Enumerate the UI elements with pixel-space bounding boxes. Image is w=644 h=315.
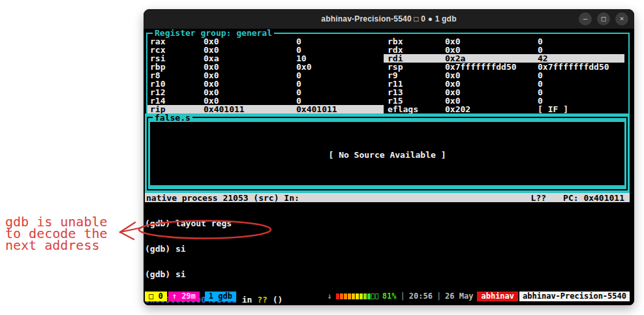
register-row-r8: r80x00 bbox=[147, 71, 384, 80]
register-group-title: Register group: general bbox=[153, 29, 274, 37]
clock-time: 20:56 bbox=[409, 292, 433, 301]
register-name: eflags bbox=[388, 105, 418, 113]
tmux-right-cluster: ↓ 81% | 20:56 | 26 May abhinav abhinav-P… bbox=[328, 292, 630, 301]
battery-block-filled bbox=[336, 293, 339, 299]
gdb-status-line: native process 21053 (src) In: L?? PC: 0… bbox=[145, 193, 630, 202]
console-line: (gdb) si bbox=[145, 270, 628, 278]
register-window-border-right bbox=[628, 33, 630, 113]
register-hex: 0x202 bbox=[445, 105, 470, 113]
window-controls: – □ × bbox=[579, 12, 628, 25]
register-row-rbp: rbp0x00x0 bbox=[147, 63, 384, 71]
battery-meter bbox=[336, 293, 378, 299]
source-window-content: [ No Source Available ] bbox=[150, 122, 624, 185]
page-root: gdb is unable to decode the next address… bbox=[0, 0, 644, 315]
battery-block-filled bbox=[352, 293, 355, 299]
line-indicator: L?? bbox=[531, 194, 546, 202]
hostname-badge: abhinav-Precision-5540 bbox=[519, 292, 630, 301]
register-row-eflags: eflags0x202[ IF ] bbox=[384, 105, 624, 113]
terminal-window: abhinav-Precision-5540 □ 0 ● 1 gdb – □ ×… bbox=[144, 9, 634, 305]
down-arrow-icon: ↓ bbox=[328, 292, 332, 301]
tmux-status-bar: □ 0 ↑ 29m 1 gdb ↓ 81% | 20:56 | 26 May a… bbox=[145, 292, 630, 301]
date: 26 May bbox=[445, 292, 473, 301]
battery-percent: 81% bbox=[382, 292, 397, 301]
register-row-rcx: rcx0x00 bbox=[147, 46, 384, 54]
tmux-session-segment: □ 0 bbox=[145, 292, 167, 301]
register-row-rax: rax0x00 bbox=[147, 37, 384, 46]
tmux-uptime-segment: ↑ 29m bbox=[168, 292, 200, 301]
register-row-rbx: rbx0x00 bbox=[384, 37, 624, 46]
register-row-r15: r150x00 bbox=[384, 97, 624, 105]
maximize-button-icon[interactable]: □ bbox=[597, 12, 610, 25]
battery-block-filled bbox=[340, 293, 343, 299]
annotation-text: gdb is unable to decode the next address bbox=[5, 216, 108, 251]
battery-block-filled bbox=[363, 293, 367, 299]
register-row-r14: r140x00 bbox=[147, 97, 384, 105]
register-row-rsp: rsp0x7fffffffdd500x7fffffffdd50 bbox=[384, 63, 624, 71]
register-row-r10: r100x00 bbox=[147, 80, 384, 88]
register-row-r9: r90x00 bbox=[384, 71, 624, 80]
battery-block-empty bbox=[375, 293, 378, 299]
console-line: (gdb) layout regs bbox=[145, 219, 628, 228]
register-row-rsi: rsi0xa10 bbox=[147, 54, 384, 63]
source-window-title: false.s bbox=[153, 113, 192, 122]
battery-block-filled bbox=[360, 293, 363, 299]
register-row-r12: r120x00 bbox=[147, 88, 384, 97]
process-status: native process 21053 (src) In: bbox=[145, 194, 299, 202]
battery-block-filled bbox=[344, 293, 347, 299]
register-dec: [ IF ] bbox=[538, 105, 568, 113]
battery-block-empty bbox=[371, 293, 375, 299]
register-row-r13: r130x00 bbox=[384, 88, 624, 97]
register-row-r11: r110x00 bbox=[384, 80, 624, 88]
tmux-window-tab[interactable]: 1 gdb bbox=[205, 292, 236, 301]
battery-block-filled bbox=[348, 293, 351, 299]
close-button-icon[interactable]: × bbox=[615, 12, 628, 25]
minimize-button-icon[interactable]: – bbox=[579, 12, 592, 25]
user-badge: abhinav bbox=[477, 292, 518, 301]
separator: | bbox=[401, 292, 405, 301]
console-line: (gdb) si bbox=[145, 245, 628, 253]
register-window: Register group: general rax0x00 rcx0x00 … bbox=[146, 29, 630, 113]
pc-indicator: PC: 0x401011 bbox=[563, 194, 624, 202]
register-dec: 0x7fffffffdd50 bbox=[538, 63, 609, 71]
source-window: false.s [ No Source Available ] bbox=[145, 113, 630, 193]
register-hex: 0x401011 bbox=[204, 105, 245, 113]
battery-block-filled bbox=[367, 293, 371, 299]
annotation-arrow-tail bbox=[120, 228, 142, 232]
annotation-arrowhead bbox=[120, 222, 135, 239]
battery-block-filled bbox=[356, 293, 359, 299]
terminal-content: Register group: general rax0x00 rcx0x00 … bbox=[144, 29, 634, 305]
window-title: abhinav-Precision-5540 □ 0 ● 1 gdb bbox=[321, 14, 456, 23]
no-source-message: [ No Source Available ] bbox=[150, 151, 624, 159]
status-right: L?? PC: 0x401011 bbox=[531, 194, 630, 202]
window-titlebar[interactable]: abhinav-Precision-5540 □ 0 ● 1 gdb – □ × bbox=[144, 9, 634, 29]
register-row-rdx: rdx0x00 bbox=[384, 46, 624, 54]
register-dec: 0x401011 bbox=[296, 105, 337, 113]
separator: | bbox=[437, 292, 441, 301]
